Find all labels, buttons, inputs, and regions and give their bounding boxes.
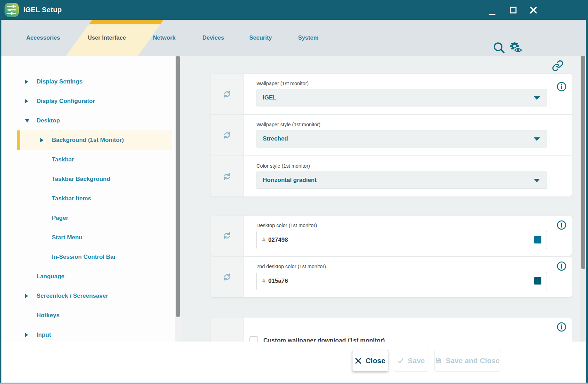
tree-item-taskbar-background[interactable]: Taskbar Background [1,169,175,189]
maximize-icon [509,6,517,14]
tab-user-interface[interactable]: User Interface [88,20,126,56]
info-button[interactable] [556,220,567,232]
window-right-border [586,20,588,384]
search-button[interactable] [492,41,506,56]
info-button[interactable] [556,261,567,273]
tree-item-label: Language [37,273,64,280]
setting-row-wallpaper-style: Wallpaper style (1st monitor) Streched [210,115,572,155]
second-desktop-color-input[interactable]: # 015a76 [256,272,547,290]
tab-system[interactable]: System [298,20,319,56]
tab-devices[interactable]: Devices [202,20,224,56]
reset-parameter-button[interactable] [210,74,244,114]
tree-item-pager[interactable]: Pager [1,208,175,228]
tab-accessories[interactable]: Accessories [26,20,60,56]
reset-parameter-button[interactable] [210,257,244,297]
save-and-close-button[interactable]: Save and Close [434,350,500,371]
close-button[interactable]: Close [352,350,388,371]
tree-item-label: In-Session Control Bar [52,254,116,261]
reset-parameter-button[interactable] [210,216,244,256]
close-button-label: Close [365,357,385,365]
info-icon [556,322,567,332]
link-icon [552,60,564,72]
info-button[interactable] [556,81,567,93]
checkmark-icon [397,357,404,364]
setting-row-desktop-color: Desktop color (1st monitor) # 027498 [210,216,572,256]
field-label: Wallpaper (1st monitor) [256,81,547,86]
tree-item-display-configurator[interactable]: Display Configurator [1,91,175,111]
tree-item-desktop[interactable]: Desktop [1,111,175,130]
info-icon [556,261,567,271]
wallpaper-style-select[interactable]: Streched [256,130,547,147]
tree-item-hotkeys[interactable]: Hotkeys [1,306,175,325]
footer-bar: Close Save Save and Close [1,342,586,383]
setting-row-wallpaper: Wallpaper (1st monitor) IGEL [210,74,572,114]
color-swatch[interactable] [534,236,541,243]
field-label: Wallpaper style (1st monitor) [256,122,547,127]
window-left-border [0,20,1,384]
tab-security[interactable]: Security [249,20,272,56]
color-swatch[interactable] [534,277,541,285]
tree-item-start-menu[interactable]: Start Menu [1,228,175,247]
save-button[interactable]: Save [394,350,428,371]
tree-item-language[interactable]: Language [1,267,175,286]
tree-item-screenlock-screensaver[interactable]: Screenlock / Screensaver [1,286,175,306]
reset-parameter-button[interactable] [210,115,244,155]
tree-item-taskbar-items[interactable]: Taskbar Items [1,189,175,208]
wallpaper-select[interactable]: IGEL [256,89,547,106]
title-bar: IGEL Setup [0,0,588,20]
reset-icon [222,89,232,99]
tree-item-display-settings[interactable]: Display Settings [1,72,175,91]
expand-arrow-icon[interactable] [25,294,31,298]
sidebar-scrollbar-track[interactable] [175,56,181,342]
logo-slider-line [7,9,16,10]
collapse-arrow-icon[interactable] [25,119,31,122]
tree-item-label: Pager [52,215,68,222]
hash-prefix: # [262,278,265,284]
tree-item-taskbar[interactable]: Taskbar [1,150,175,169]
window-bottom-border [0,383,588,384]
tab-network[interactable]: Network [153,20,175,56]
color-value: 027498 [268,237,288,243]
chevron-down-icon [534,96,540,100]
tree-item-label: Desktop [37,117,60,124]
desktop-color-input[interactable]: # 027498 [256,231,547,249]
setup-observe-button[interactable] [508,40,523,57]
tree-item-label: Taskbar Background [52,176,110,183]
expand-arrow-icon[interactable] [40,138,46,142]
main-scrollbar-thumb[interactable] [581,53,585,269]
tree-item-label: Taskbar Items [52,195,91,202]
expand-arrow-icon[interactable] [25,80,31,84]
main-scrollbar-track[interactable] [580,56,586,342]
info-icon [556,81,567,92]
link-parameter-button[interactable] [552,60,564,73]
floppy-disk-icon [435,357,442,364]
tree-item-label: Start Menu [52,234,82,241]
tree-item-label: Screenlock / Screensaver [37,293,108,299]
tree-item-label: Display Settings [37,78,82,85]
igel-setup-window: IGEL Setup Accessories User Interface Ne… [0,0,588,384]
second-desktop-color-card: 2nd desktop color (1st monitor) # 015a76 [210,257,572,297]
close-window-button[interactable] [527,5,539,15]
maximize-button[interactable] [507,5,519,15]
logo-slider-knob [8,9,11,11]
sidebar-scrollbar-thumb[interactable] [176,56,180,317]
expand-arrow-icon[interactable] [25,333,31,337]
logo-slider-knob [12,5,15,8]
search-icon [492,41,506,54]
setting-row-2nd-desktop-color: 2nd desktop color (1st monitor) # 015a76 [210,257,572,297]
tree-item-label: Hotkeys [37,312,59,319]
chevron-down-icon [534,137,540,141]
minimize-button[interactable] [486,7,498,17]
expand-arrow-icon[interactable] [25,99,31,103]
tree-item-background-1st-monitor[interactable]: Background (1st Monitor) [17,130,172,150]
color-style-select[interactable]: Horizontal gradient [256,171,547,189]
settings-tree-sidebar: Display Settings Display Configurator De… [1,56,175,342]
color-value: 015a76 [268,278,288,285]
logo-slider-line [7,13,16,14]
hash-prefix: # [262,237,265,243]
info-button[interactable] [556,322,567,334]
field-label: 2nd desktop color (1st monitor) [256,264,547,269]
tree-item-in-session-control-bar[interactable]: In-Session Control Bar [1,247,175,267]
select-value: IGEL [257,89,547,106]
reset-parameter-button[interactable] [210,156,244,197]
